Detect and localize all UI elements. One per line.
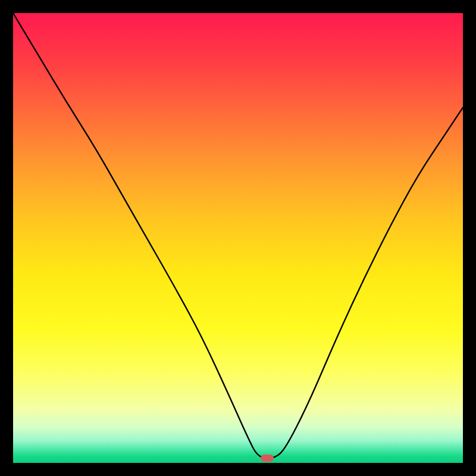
plot-area <box>13 13 463 463</box>
bottleneck-curve <box>13 13 463 463</box>
minimum-marker <box>261 455 274 462</box>
